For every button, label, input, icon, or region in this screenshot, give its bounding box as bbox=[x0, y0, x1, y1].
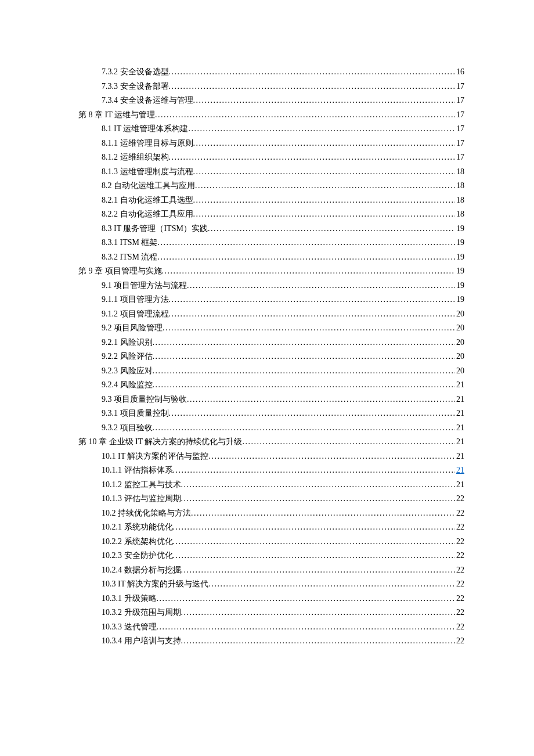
toc-entry[interactable]: 10.3 IT 解决方案的升级与迭代22 bbox=[78, 577, 464, 592]
toc-leader-dots bbox=[173, 535, 456, 549]
toc-entry[interactable]: 9.1 项目管理方法与流程19 bbox=[78, 279, 464, 293]
toc-entry-title: 第 8 章 IT 运维与管理 bbox=[78, 108, 155, 123]
toc-entry-title: 10.3.2 升级范围与周期 bbox=[102, 606, 181, 620]
toc-entry-page: 17 bbox=[455, 150, 464, 165]
toc-entry-page: 20 bbox=[455, 321, 464, 336]
toc-entry-title: 9.2.1 风险识别 bbox=[102, 336, 153, 350]
toc-entry[interactable]: 8.1.1 运维管理目标与原则17 bbox=[78, 136, 464, 151]
toc-entry[interactable]: 8.2.2 自动化运维工具应用18 bbox=[78, 207, 464, 222]
toc-leader-dots bbox=[173, 463, 456, 478]
toc-entry-page: 22 bbox=[455, 577, 464, 592]
toc-entry-page: 17 bbox=[455, 93, 464, 108]
toc-entry-page: 22 bbox=[455, 592, 464, 606]
toc-entry-title: 9.2.3 风险应对 bbox=[102, 364, 153, 379]
toc-entry-page: 18 bbox=[455, 179, 464, 193]
toc-entry[interactable]: 10.1.3 评估与监控周期22 bbox=[78, 492, 464, 506]
toc-entry[interactable]: 10.2.3 安全防护优化22 bbox=[78, 549, 464, 563]
toc-entry[interactable]: 10.2.1 系统功能优化22 bbox=[78, 520, 464, 535]
toc-leader-dots bbox=[163, 321, 455, 336]
toc-entry[interactable]: 9.1.1 项目管理方法19 bbox=[78, 293, 464, 307]
toc-leader-dots bbox=[157, 236, 455, 250]
toc-entry-page: 22 bbox=[455, 506, 464, 521]
toc-entry-title: 10.2.2 系统架构优化 bbox=[102, 535, 173, 549]
toc-entry-page: 19 bbox=[455, 293, 464, 307]
toc-entry-page: 17 bbox=[455, 136, 464, 151]
toc-entry[interactable]: 10.2.2 系统架构优化22 bbox=[78, 535, 464, 549]
toc-entry[interactable]: 9.3 项目质量控制与验收21 bbox=[78, 393, 464, 407]
toc-entry[interactable]: 10.1 IT 解决方案的评估与监控21 bbox=[78, 449, 464, 464]
toc-entry[interactable]: 10.3.4 用户培训与支持22 bbox=[78, 634, 464, 649]
toc-leader-dots bbox=[193, 93, 456, 108]
toc-entry-page: 22 bbox=[455, 634, 464, 649]
toc-entry-title: 9.3.1 项目质量控制 bbox=[102, 406, 169, 421]
toc-entry-title: 10.1.2 监控工具与技术 bbox=[102, 478, 181, 492]
toc-entry-title: 8.3 IT 服务管理（ITSM）实践 bbox=[102, 222, 208, 236]
toc-entry-title: 9.1.1 项目管理方法 bbox=[102, 293, 169, 307]
toc-entry[interactable]: 8.1.2 运维组织架构17 bbox=[78, 150, 464, 165]
toc-entry[interactable]: 8.2 自动化运维工具与应用18 bbox=[78, 179, 464, 193]
toc-entry-page: 18 bbox=[455, 193, 464, 208]
toc-entry[interactable]: 9.3.2 项目验收 21 bbox=[78, 421, 464, 435]
toc-leader-dots bbox=[157, 620, 456, 635]
toc-entry[interactable]: 10.3.1 升级策略22 bbox=[78, 592, 464, 606]
toc-entry-title: 9.2.2 风险评估 bbox=[102, 350, 153, 364]
toc-entry-page: 21 bbox=[455, 406, 464, 421]
toc-entry[interactable]: 9.3.1 项目质量控制21 bbox=[78, 406, 464, 421]
toc-entry[interactable]: 7.3.4 安全设备运维与管理17 bbox=[78, 93, 464, 108]
toc-entry[interactable]: 7.3.3 安全设备部署17 bbox=[78, 80, 464, 94]
toc-entry-title: 10.1.1 评估指标体系 bbox=[102, 463, 173, 478]
toc-entry[interactable]: 10.3.3 迭代管理22 bbox=[78, 620, 464, 635]
toc-entry[interactable]: 8.1.3 运维管理制度与流程18 bbox=[78, 165, 464, 179]
toc-entry-title: 8.2.1 自动化运维工具选型 bbox=[102, 193, 193, 208]
toc-entry[interactable]: 8.3 IT 服务管理（ITSM）实践19 bbox=[78, 222, 464, 236]
toc-entry-title: 10.1 IT 解决方案的评估与监控 bbox=[102, 449, 208, 464]
toc-entry-title: 8.1.3 运维管理制度与流程 bbox=[102, 165, 193, 179]
toc-leader-dots bbox=[181, 478, 456, 492]
toc-entry[interactable]: 9.2.1 风险识别 20 bbox=[78, 336, 464, 350]
toc-entry[interactable]: 10.2 持续优化策略与方法22 bbox=[78, 506, 464, 521]
toc-entry[interactable]: 7.3.2 安全设备选型16 bbox=[78, 65, 464, 80]
toc-leader-dots bbox=[169, 80, 456, 94]
toc-entry[interactable]: 8.3.1 ITSM 框架19 bbox=[78, 236, 464, 250]
toc-leader-dots bbox=[153, 336, 456, 350]
toc-entry[interactable]: 第 9 章 项目管理与实施19 bbox=[78, 264, 464, 279]
toc-entry-title: 10.2.3 安全防护优化 bbox=[102, 549, 173, 563]
toc-leader-dots bbox=[173, 549, 456, 563]
toc-entry-title: 8.1.2 运维组织架构 bbox=[102, 150, 169, 165]
toc-entry-page: 21 bbox=[455, 463, 464, 478]
toc-entry[interactable]: 10.3.2 升级范围与周期22 bbox=[78, 606, 464, 620]
toc-entry-page: 20 bbox=[455, 336, 464, 350]
toc-entry-page: 20 bbox=[455, 307, 464, 322]
toc-entry-title: 9.1 项目管理方法与流程 bbox=[102, 279, 187, 293]
toc-leader-dots bbox=[193, 165, 456, 179]
toc-entry[interactable]: 9.1.2 项目管理流程20 bbox=[78, 307, 464, 322]
toc-entry-page: 21 bbox=[455, 435, 464, 449]
toc-leader-dots bbox=[173, 520, 456, 535]
toc-entry[interactable]: 10.2.4 数据分析与挖掘22 bbox=[78, 563, 464, 578]
toc-entry-title: 7.3.3 安全设备部署 bbox=[102, 80, 169, 94]
toc-entry[interactable]: 9.2.2 风险评估 20 bbox=[78, 350, 464, 364]
toc-entry[interactable]: 10.1.1 评估指标体系21 bbox=[78, 463, 464, 478]
toc-leader-dots bbox=[169, 293, 456, 307]
toc-entry[interactable]: 9.2.3 风险应对 20 bbox=[78, 364, 464, 379]
toc-entry[interactable]: 10.1.2 监控工具与技术21 bbox=[78, 478, 464, 492]
toc-entry[interactable]: 8.2.1 自动化运维工具选型18 bbox=[78, 193, 464, 208]
toc-leader-dots bbox=[162, 264, 456, 279]
toc-leader-dots bbox=[242, 435, 455, 449]
toc-entry-page: 20 bbox=[455, 364, 464, 379]
toc-entry-page: 19 bbox=[455, 236, 464, 250]
toc-entry[interactable]: 第 8 章 IT 运维与管理17 bbox=[78, 108, 464, 123]
toc-entry[interactable]: 第 10 章 企业级 IT 解决方案的持续优化与升级 21 bbox=[78, 435, 464, 449]
toc-entry-title: 10.3.1 升级策略 bbox=[102, 592, 157, 606]
toc-entry-page: 16 bbox=[455, 65, 464, 80]
toc-leader-dots bbox=[187, 279, 455, 293]
toc-entry[interactable]: 8.1 IT 运维管理体系构建17 bbox=[78, 122, 464, 136]
toc-entry[interactable]: 9.2 项目风险管理20 bbox=[78, 321, 464, 336]
toc-entry-page: 21 bbox=[455, 393, 464, 407]
toc-entry[interactable]: 8.3.2 ITSM 流程19 bbox=[78, 250, 464, 265]
toc-leader-dots bbox=[208, 449, 455, 464]
toc-entry[interactable]: 9.2.4 风险监控 21 bbox=[78, 378, 464, 393]
toc-leader-dots bbox=[193, 136, 456, 151]
toc-leader-dots bbox=[187, 393, 455, 407]
toc-leader-dots bbox=[153, 350, 456, 364]
